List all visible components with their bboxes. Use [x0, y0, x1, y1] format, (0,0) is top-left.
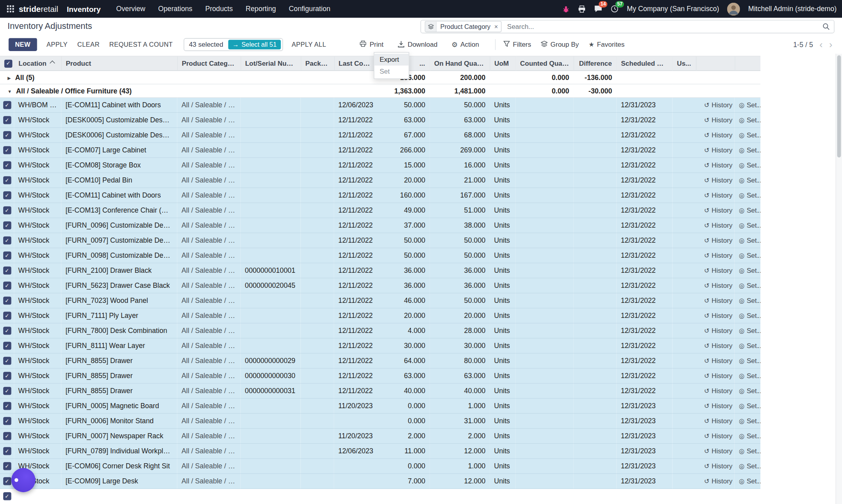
column-header-counted-quanti[interactable]: Counted Quanti...	[515, 56, 574, 71]
column-header-difference[interactable]: Difference	[574, 56, 617, 71]
table-row[interactable]: ✓WH/Stock[FURN_8855] DrawerAll / Saleabl…	[0, 368, 760, 383]
table-row[interactable]: ✓WH/Stock[E-COM11] Cabinet with DoorsAll…	[0, 188, 760, 203]
table-row[interactable]: ✓WH/Stock[FURN_7111] Ply LayerAll / Sale…	[0, 308, 760, 323]
messages-icon[interactable]: 14	[594, 5, 603, 13]
row-checkbox[interactable]: ✓	[3, 101, 11, 109]
row-checkbox[interactable]: ✓	[3, 176, 11, 184]
pager-prev-icon[interactable]: ‹	[819, 40, 823, 49]
set-button[interactable]: ◎Set	[739, 387, 757, 395]
download-button[interactable]: Download	[397, 40, 437, 49]
menu-configuration[interactable]: Configuration	[283, 3, 336, 15]
history-button[interactable]: ↺History	[704, 116, 732, 124]
row-checkbox[interactable]: ✓	[3, 432, 11, 440]
search-facet[interactable]: Product Category ×	[425, 21, 502, 32]
vertical-scrollbar[interactable]	[836, 54, 842, 504]
table-row[interactable]: ✓WH/Stock[FURN_0097] Customizable Desk (…	[0, 233, 760, 248]
user-menu[interactable]: Mitchell Admin (stride-demo)	[748, 5, 836, 13]
history-button[interactable]: ↺History	[704, 146, 732, 154]
set-button[interactable]: ◎Set	[739, 116, 757, 124]
row-checkbox[interactable]: ✓	[3, 131, 11, 139]
set-button[interactable]: ◎Set	[739, 312, 757, 320]
history-button[interactable]: ↺History	[704, 342, 732, 350]
avatar[interactable]	[727, 2, 740, 15]
set-button[interactable]: ◎Set	[739, 101, 757, 109]
search-icon[interactable]	[822, 23, 830, 30]
history-button[interactable]: ↺History	[704, 177, 732, 184]
search-input[interactable]	[506, 22, 822, 31]
set-button[interactable]: ◎Set	[739, 146, 757, 154]
set-button[interactable]: ◎Set	[739, 192, 757, 199]
row-checkbox[interactable]: ✓	[3, 327, 11, 335]
table-row[interactable]: ✓WH/Stock[DESK0005] Customizable Desk (C…	[0, 112, 760, 127]
row-checkbox[interactable]: ✓	[3, 462, 11, 470]
brand-logo[interactable]: strideretail	[19, 4, 58, 13]
apply-all-button[interactable]: APPLY ALL	[292, 41, 326, 48]
select-all-button[interactable]: → Select all 51	[228, 40, 281, 49]
set-button[interactable]: ◎Set	[739, 267, 757, 274]
scrollbar-thumb[interactable]	[837, 55, 841, 158]
set-button[interactable]: ◎Set	[739, 207, 757, 214]
table-row[interactable]: ✓WH/Stock[FURN_5623] Drawer Case BlackAl…	[0, 278, 760, 293]
row-checkbox[interactable]: ✓	[3, 281, 11, 289]
history-button[interactable]: ↺History	[704, 297, 732, 304]
table-row[interactable]: ✓WH/Stock[E-COM09] Large DeskAll / Salea…	[0, 474, 760, 489]
menu-reporting[interactable]: Reporting	[240, 3, 282, 15]
table-row[interactable]: ✓WH/Stock[FURN_0098] Customizable Desk (…	[0, 248, 760, 263]
set-button[interactable]: ◎Set	[739, 417, 757, 425]
menu-operations[interactable]: Operations	[152, 3, 198, 15]
action-button[interactable]: ⚙ Action	[451, 40, 479, 48]
row-checkbox[interactable]: ✓	[3, 297, 11, 304]
history-button[interactable]: ↺History	[704, 432, 732, 440]
table-row[interactable]: ✓WH/BOM Inv[E-COM11] Cabinet with DoorsA…	[0, 97, 760, 112]
table-row[interactable]: ✓WH/Stock[FURN_8111] Wear LayerAll / Sal…	[0, 338, 760, 353]
set-button[interactable]: ◎Set	[739, 131, 757, 139]
set-button[interactable]: ◎Set	[739, 432, 757, 440]
table-row[interactable]: ✓WH/Stock[FURN_7800] Desk CombinationAll…	[0, 323, 760, 338]
column-header-scheduled-da[interactable]: Scheduled Da...	[616, 56, 672, 71]
row-checkbox[interactable]: ✓	[3, 266, 11, 274]
history-button[interactable]: ↺History	[704, 162, 732, 169]
column-header-uom[interactable]: UoM	[490, 56, 515, 71]
column-header-product[interactable]: Product	[61, 56, 177, 71]
table-row[interactable]: ✓WH/Stock[FURN_8855] DrawerAll / Saleabl…	[0, 383, 760, 398]
history-button[interactable]: ↺History	[704, 402, 732, 410]
row-checkbox[interactable]: ✓	[3, 161, 11, 169]
print-button[interactable]: Print	[359, 40, 384, 49]
history-button[interactable]: ↺History	[704, 417, 732, 425]
search-bar[interactable]: Product Category ×	[420, 20, 834, 33]
history-button[interactable]: ↺History	[704, 131, 732, 139]
table-row[interactable]: ✓WH/Stock[FURN_8855] DrawerAll / Saleabl…	[0, 353, 760, 368]
column-header-us[interactable]: Us...	[672, 56, 696, 71]
column-header-last-count-d[interactable]: Last Count D...	[334, 56, 378, 71]
table-row-partial[interactable]: ✓	[0, 489, 760, 504]
caret-down-icon[interactable]: ▼	[8, 89, 12, 94]
request-count-button[interactable]: REQUEST A COUNT	[109, 41, 173, 48]
history-button[interactable]: ↺History	[704, 447, 732, 455]
history-button[interactable]: ↺History	[704, 207, 732, 214]
company-switcher[interactable]: My Company (San Francisco)	[627, 5, 719, 13]
history-button[interactable]: ↺History	[704, 237, 732, 244]
row-checkbox[interactable]: ✓	[3, 357, 11, 365]
row-checkbox[interactable]: ✓	[3, 447, 11, 455]
row-checkbox[interactable]: ✓	[3, 387, 11, 395]
row-checkbox[interactable]: ✓	[3, 342, 11, 350]
table-row[interactable]: ✓WH/Stock[FURN_0006] Monitor StandAll / …	[0, 413, 760, 428]
chat-launcher-button[interactable]	[11, 468, 35, 492]
action-menu-item-export[interactable]: Export	[374, 54, 409, 66]
clear-button[interactable]: CLEAR	[77, 41, 99, 48]
table-row[interactable]: ✓WH/Stock[FURN_0096] Customizable Desk (…	[0, 218, 760, 233]
app-name[interactable]: Inventory	[67, 5, 101, 13]
row-checkbox[interactable]: ✓	[3, 402, 11, 410]
set-button[interactable]: ◎Set	[739, 297, 757, 304]
column-header-on-hand-quant[interactable]: On Hand Quant...	[430, 56, 490, 71]
set-button[interactable]: ◎Set	[739, 177, 757, 184]
menu-products[interactable]: Products	[199, 3, 238, 15]
select-all-checkbox[interactable]: ✓	[4, 59, 12, 67]
row-checkbox[interactable]: ✓	[3, 236, 11, 244]
history-button[interactable]: ↺History	[704, 327, 732, 335]
history-button[interactable]: ↺History	[704, 387, 732, 395]
table-row[interactable]: ✓WH/Stock[E-COM08] Storage BoxAll / Sale…	[0, 158, 760, 173]
set-button[interactable]: ◎Set	[739, 357, 757, 365]
history-button[interactable]: ↺History	[704, 477, 732, 485]
history-button[interactable]: ↺History	[704, 101, 732, 109]
